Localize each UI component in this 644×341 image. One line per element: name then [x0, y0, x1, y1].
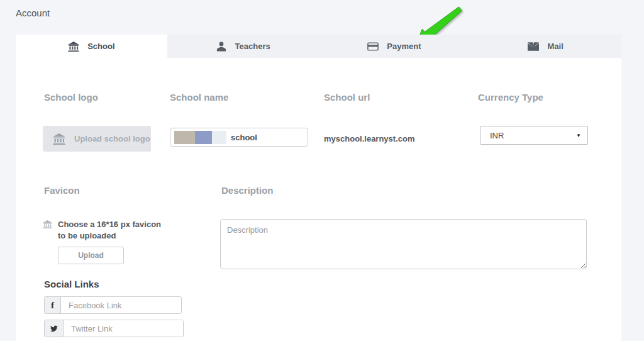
bank-icon — [53, 133, 65, 145]
twitter-link-input[interactable] — [64, 320, 183, 337]
redacted-block — [195, 131, 212, 144]
tab-mail-label: Mail — [547, 42, 563, 51]
tab-school-label: School — [87, 42, 114, 51]
tab-payment-label: Payment — [387, 42, 421, 51]
chevron-down-icon: ▼ — [576, 133, 581, 138]
upload-school-logo-button[interactable]: Upload school logo — [43, 126, 151, 152]
school-name-label: School name — [170, 92, 228, 103]
favicon-note-row: Choose a 16*16 px favicon to be uploaded — [43, 219, 169, 242]
tab-teachers-label: Teachers — [235, 42, 270, 51]
envelope-icon — [528, 42, 539, 52]
favicon-upload-label: Upload — [78, 251, 104, 260]
currency-selected-value: INR — [490, 131, 504, 140]
school-name-value: school — [231, 133, 257, 142]
favicon-note-text: Choose a 16*16 px favicon to be uploaded — [58, 219, 164, 242]
facebook-link-group: f — [44, 296, 182, 314]
person-icon — [216, 42, 227, 52]
bank-icon — [43, 220, 52, 228]
tab-teachers[interactable]: Teachers — [167, 35, 319, 58]
school-logo-label: School logo — [44, 92, 98, 103]
description-textarea[interactable] — [220, 219, 587, 269]
currency-type-label: Currency Type — [478, 92, 543, 103]
social-links-title: Social Links — [44, 279, 99, 289]
account-tabbar: School Teachers Payment Mail — [16, 35, 621, 58]
favicon-label: Favicon — [44, 185, 80, 196]
redacted-block — [212, 131, 226, 144]
tab-payment[interactable]: Payment — [319, 35, 470, 58]
description-label: Description — [221, 185, 274, 196]
twitter-bird-icon — [45, 320, 64, 337]
bank-icon — [68, 42, 79, 52]
page-title: Account — [16, 8, 50, 18]
redacted-block — [174, 131, 195, 144]
twitter-link-group — [44, 320, 184, 337]
tab-mail[interactable]: Mail — [470, 35, 621, 58]
favicon-upload-button[interactable]: Upload — [58, 247, 124, 264]
facebook-link-input[interactable] — [61, 297, 181, 313]
facebook-icon: f — [45, 297, 61, 313]
upload-school-logo-label: Upload school logo — [74, 134, 150, 143]
school-name-input[interactable]: school — [170, 128, 308, 147]
credit-card-icon — [367, 42, 379, 52]
tab-school[interactable]: School — [16, 35, 167, 58]
currency-select[interactable]: INR ▼ — [480, 126, 588, 145]
school-url-label: School url — [324, 92, 370, 103]
school-url-value: myschool.learnyst.com — [324, 134, 415, 143]
